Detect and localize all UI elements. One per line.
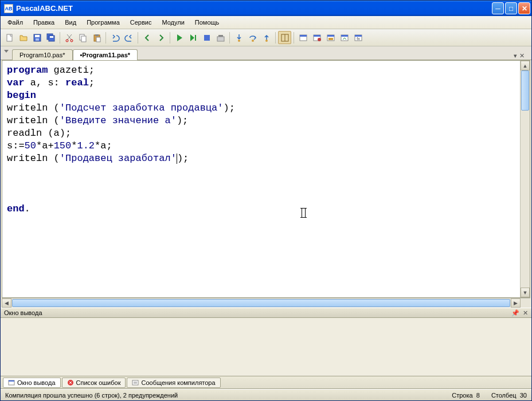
svg-rect-37 bbox=[9, 380, 14, 382]
output-icon bbox=[8, 379, 15, 386]
code-editor[interactable]: program gazeti; var a, s: real; begin wr… bbox=[2, 60, 530, 298]
svg-rect-0 bbox=[7, 34, 12, 41]
window3-button[interactable] bbox=[324, 31, 337, 44]
svg-rect-17 bbox=[218, 35, 223, 37]
svg-rect-39 bbox=[132, 380, 138, 385]
tab-program10[interactable]: Program10.pas* bbox=[12, 49, 73, 60]
run-button[interactable] bbox=[173, 31, 186, 44]
menu-view[interactable]: Вид bbox=[60, 17, 81, 27]
output-panel-header[interactable]: Окно вывода 📌 ✕ bbox=[1, 308, 531, 318]
step-into-button[interactable] bbox=[232, 31, 245, 44]
panel-close-icon[interactable]: ✕ bbox=[523, 309, 528, 317]
menu-edit[interactable]: Правка bbox=[29, 17, 59, 27]
run-no-debug-button[interactable] bbox=[186, 31, 200, 44]
svg-rect-29 bbox=[327, 35, 334, 37]
btab-errors[interactable]: Список ошибок bbox=[62, 378, 126, 388]
copy-button[interactable] bbox=[76, 31, 89, 44]
titlebar[interactable]: AB PascalABC.NET ─ □ ✕ bbox=[1, 1, 531, 16]
step-over-button[interactable] bbox=[246, 31, 259, 44]
menu-bar: Файл Правка Вид Программа Сервис Модули … bbox=[1, 16, 531, 29]
menu-program[interactable]: Программа bbox=[82, 17, 124, 27]
vertical-scrollbar[interactable]: ▲ ▼ bbox=[520, 61, 530, 297]
redo-button[interactable] bbox=[122, 31, 135, 44]
code-content: program gazeti; var a, s: real; begin wr… bbox=[2, 61, 530, 219]
separator bbox=[294, 32, 294, 44]
svg-rect-32 bbox=[341, 35, 348, 37]
separator bbox=[138, 32, 138, 44]
svg-point-27 bbox=[318, 38, 321, 41]
scroll-right-button[interactable]: ▶ bbox=[511, 298, 521, 308]
app-icon: AB bbox=[4, 4, 13, 13]
svg-text:fx: fx bbox=[357, 37, 360, 41]
new-file-button[interactable] bbox=[3, 31, 16, 44]
save-all-button[interactable] bbox=[44, 31, 57, 44]
svg-rect-10 bbox=[81, 36, 86, 42]
btab-compiler[interactable]: Сообщения компилятора bbox=[127, 378, 220, 388]
pin-icon[interactable]: 📌 bbox=[511, 309, 519, 317]
window1-button[interactable] bbox=[296, 31, 310, 44]
separator bbox=[105, 32, 106, 44]
scroll-left-button[interactable]: ◀ bbox=[2, 298, 11, 308]
svg-rect-15 bbox=[204, 35, 210, 41]
scroll-thumb[interactable] bbox=[521, 70, 529, 111]
tab-dropdown-icon[interactable]: ▾ bbox=[514, 52, 517, 60]
close-button[interactable]: ✕ bbox=[518, 2, 530, 14]
nav-forward-button[interactable] bbox=[154, 31, 167, 44]
scroll-thumb-h[interactable] bbox=[12, 299, 510, 307]
undo-button[interactable] bbox=[108, 31, 122, 44]
menu-service[interactable]: Сервис bbox=[126, 17, 157, 27]
status-column: Столбец 30 bbox=[491, 392, 527, 399]
svg-rect-26 bbox=[314, 35, 320, 37]
ibeam-cursor-icon bbox=[302, 208, 306, 218]
paste-button[interactable] bbox=[90, 31, 103, 44]
svg-rect-16 bbox=[217, 37, 224, 41]
output-panel[interactable] bbox=[1, 318, 531, 376]
separator bbox=[275, 32, 276, 44]
svg-rect-6 bbox=[50, 36, 53, 38]
window4-button[interactable] bbox=[338, 31, 351, 44]
bottom-tab-bar: Окно вывода Список ошибок Сообщения комп… bbox=[1, 376, 531, 389]
svg-rect-3 bbox=[36, 38, 39, 41]
svg-point-19 bbox=[252, 40, 254, 42]
stop-button[interactable] bbox=[200, 31, 213, 44]
svg-rect-2 bbox=[35, 35, 40, 37]
layout-button[interactable] bbox=[278, 31, 291, 44]
tab-bar: Program10.pas* •Program11.pas* ▾ ✕ bbox=[1, 46, 531, 60]
scroll-corner bbox=[521, 298, 530, 308]
maximize-button[interactable]: □ bbox=[505, 2, 517, 14]
window-title: PascalABC.NET bbox=[16, 4, 492, 13]
tab-program11[interactable]: •Program11.pas* bbox=[73, 49, 138, 60]
compiler-icon bbox=[132, 379, 139, 386]
svg-rect-24 bbox=[300, 35, 307, 37]
svg-rect-13 bbox=[96, 37, 100, 42]
open-file-button[interactable] bbox=[17, 31, 30, 44]
svg-rect-30 bbox=[328, 38, 333, 40]
svg-point-20 bbox=[265, 40, 268, 42]
separator bbox=[229, 32, 230, 44]
separator bbox=[170, 32, 170, 44]
scroll-down-button[interactable]: ▼ bbox=[521, 288, 530, 297]
svg-point-18 bbox=[238, 40, 240, 42]
output-title: Окно вывода bbox=[4, 309, 42, 316]
cut-button[interactable] bbox=[62, 31, 76, 44]
minimize-button[interactable]: ─ bbox=[492, 2, 504, 14]
status-message: Компиляция прошла успешно (6 строк), 2 п… bbox=[5, 392, 178, 399]
separator bbox=[60, 32, 60, 44]
status-bar: Компиляция прошла успешно (6 строк), 2 п… bbox=[1, 389, 531, 400]
menu-file[interactable]: Файл bbox=[3, 17, 28, 27]
svg-rect-12 bbox=[95, 34, 99, 36]
toolbar: fx bbox=[1, 29, 531, 46]
step-out-button[interactable] bbox=[260, 31, 273, 44]
horizontal-scrollbar[interactable]: ◀ ▶ bbox=[2, 298, 530, 308]
compile-button[interactable] bbox=[214, 31, 227, 44]
nav-back-button[interactable] bbox=[140, 31, 154, 44]
btab-output[interactable]: Окно вывода bbox=[3, 378, 61, 388]
error-icon bbox=[67, 379, 74, 386]
window5-button[interactable]: fx bbox=[351, 31, 365, 44]
save-button[interactable] bbox=[30, 31, 44, 44]
scroll-up-button[interactable]: ▲ bbox=[521, 61, 530, 70]
tab-close-icon[interactable]: ✕ bbox=[519, 52, 525, 60]
menu-help[interactable]: Помощь bbox=[190, 17, 224, 27]
menu-modules[interactable]: Модули bbox=[157, 17, 189, 27]
window2-button[interactable] bbox=[310, 31, 323, 44]
